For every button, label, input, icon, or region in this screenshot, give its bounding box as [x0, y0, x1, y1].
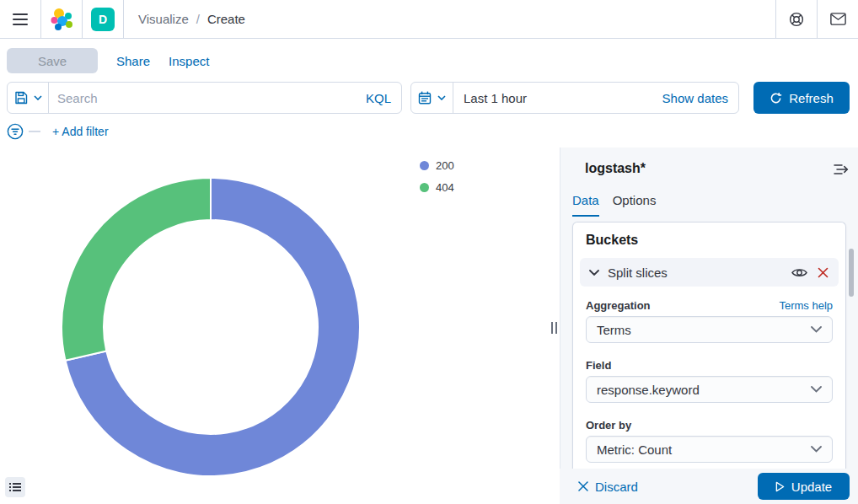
show-dates-button[interactable]: Show dates: [662, 91, 738, 105]
tab-data[interactable]: Data: [572, 193, 599, 217]
collapse-sidebar-button[interactable]: [831, 159, 851, 180]
query-bar: KQL Last 1 hour Show dates: [7, 82, 850, 114]
remove-bucket-button[interactable]: [818, 267, 829, 278]
order-by-label: Order by: [586, 419, 631, 432]
saved-query-menu-button[interactable]: [8, 83, 49, 113]
filter-bar: + Add filter: [7, 115, 109, 147]
sidebar-footer: Discard Update: [560, 469, 858, 504]
legend-label-200: 200: [436, 159, 454, 172]
visualize-toolbar: Save Share Inspect: [0, 40, 858, 82]
chevron-down-icon: [811, 326, 822, 333]
close-icon: [818, 267, 829, 278]
space-selector-button[interactable]: D: [83, 0, 123, 38]
vis-editor-sidebar: logstash* Data Options Buckets Split sli…: [560, 147, 858, 504]
legend-dot-404: [420, 183, 429, 192]
order-by-select[interactable]: Metric: Count: [586, 436, 833, 463]
menu-right-icon: [834, 164, 849, 175]
date-quick-menu-button[interactable]: [411, 83, 453, 113]
tab-options[interactable]: Options: [613, 193, 657, 217]
list-icon: [9, 482, 21, 492]
buckets-title: Buckets: [586, 233, 833, 248]
refresh-button[interactable]: Refresh: [753, 82, 850, 114]
field-select[interactable]: response.keyword: [586, 376, 833, 403]
index-pattern-title: logstash*: [585, 161, 646, 176]
chevron-down-icon: [811, 386, 822, 393]
date-picker-group: Last 1 hour Show dates: [410, 82, 739, 114]
order-by-value: Metric: Count: [597, 442, 811, 457]
top-header: D Visualize / Create: [0, 0, 858, 39]
chevron-down-icon: [437, 95, 446, 100]
panel-resize-handle[interactable]: [548, 147, 560, 504]
time-range-value[interactable]: Last 1 hour: [453, 91, 527, 105]
split-slices-label: Split slices: [608, 265, 791, 280]
terms-help-link[interactable]: Terms help: [779, 299, 833, 312]
aggregation-row: Aggregation Terms help: [586, 299, 833, 312]
breadcrumb-create: Create: [207, 12, 245, 26]
update-button[interactable]: Update: [758, 473, 850, 500]
breadcrumb-separator: /: [196, 12, 200, 26]
add-filter-button[interactable]: + Add filter: [52, 125, 109, 138]
elastic-logo-button[interactable]: [41, 0, 82, 38]
breadcrumb: Visualize / Create: [124, 0, 245, 38]
mail-icon: [830, 13, 846, 25]
filter-icon[interactable]: [7, 123, 24, 140]
help-icon: [788, 11, 805, 28]
hamburger-icon: [13, 13, 28, 25]
order-by-row: Order by: [586, 419, 833, 432]
close-icon: [578, 481, 588, 491]
visualize-create-page: D Visualize / Create: [0, 0, 858, 504]
eye-icon: [791, 267, 807, 278]
help-button[interactable]: [776, 0, 817, 38]
field-value: response.keyword: [597, 383, 811, 397]
refresh-label: Refresh: [789, 91, 834, 105]
newsfeed-button[interactable]: [818, 0, 858, 38]
save-button[interactable]: Save: [7, 48, 98, 73]
elastic-logo-icon: [49, 7, 74, 32]
share-button[interactable]: Share: [116, 54, 150, 68]
sidebar-scrollbar[interactable]: [849, 249, 854, 297]
buckets-panel: Buckets Split slices: [572, 222, 846, 469]
visualization-area: 200 404: [0, 147, 555, 504]
aggregation-value: Terms: [597, 323, 811, 337]
search-input[interactable]: [49, 91, 366, 105]
chevron-down-icon: [811, 446, 822, 453]
filter-drop-indicator: [29, 131, 40, 132]
menu-button[interactable]: [0, 0, 40, 38]
donut-chart: [59, 175, 362, 479]
grip-icon: [551, 322, 557, 334]
kql-language-button[interactable]: KQL: [366, 91, 401, 105]
refresh-icon: [770, 92, 782, 105]
sidebar-tabs: Data Options: [572, 193, 656, 217]
discard-label: Discard: [595, 480, 638, 494]
inspect-button[interactable]: Inspect: [169, 54, 209, 68]
aggregation-select[interactable]: Terms: [586, 316, 833, 343]
field-label: Field: [586, 359, 611, 372]
play-icon: [775, 481, 785, 492]
legend-dot-200: [420, 161, 429, 170]
search-bar-group: KQL: [7, 82, 402, 114]
chevron-down-icon: [34, 95, 42, 100]
legend-item-404[interactable]: 404: [420, 181, 454, 194]
chart-legend: 200 404: [420, 159, 454, 194]
aggregation-label: Aggregation: [586, 299, 651, 312]
calendar-icon: [418, 91, 432, 105]
donut-slice-404[interactable]: [62, 178, 211, 361]
save-query-icon: [14, 91, 28, 105]
space-badge: D: [91, 8, 115, 31]
breadcrumb-visualize[interactable]: Visualize: [138, 12, 189, 26]
header-spacer: [245, 0, 775, 38]
legend-toggle-button[interactable]: [5, 477, 25, 497]
split-slices-accordion[interactable]: Split slices: [580, 258, 839, 287]
legend-label-404: 404: [436, 181, 454, 194]
field-row: Field: [586, 359, 833, 372]
chevron-down-icon: [589, 270, 599, 276]
discard-button[interactable]: Discard: [578, 480, 638, 494]
update-label: Update: [791, 480, 832, 494]
legend-item-200[interactable]: 200: [420, 159, 454, 172]
toggle-visibility-button[interactable]: [791, 267, 807, 278]
